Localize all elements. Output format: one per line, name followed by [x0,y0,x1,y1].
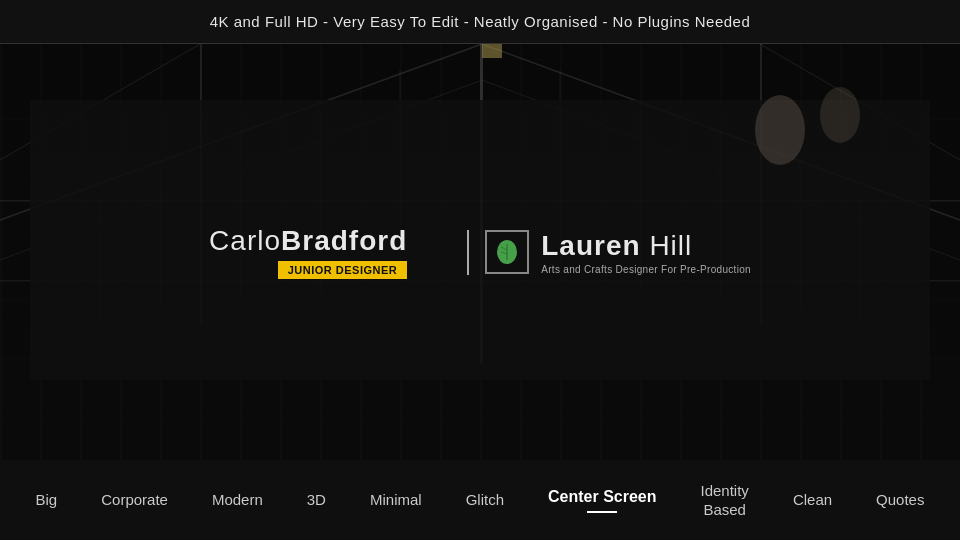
card-lauren: Lauren Hill Arts and Crafts Designer For… [467,230,751,275]
bottom-nav: Big Corporate Modern 3D Minimal Glitch C… [0,460,960,540]
lauren-subtitle: Arts and Crafts Designer For Pre-Product… [541,264,751,275]
scene: 4K and Full HD - Very Easy To Edit - Nea… [0,0,960,540]
nav-item-quotes[interactable]: Quotes [854,480,946,520]
top-banner: 4K and Full HD - Very Easy To Edit - Nea… [0,0,960,44]
cards-area: CarloBradford Junior Designer Lauren Hil… [0,44,960,460]
nav-item-center-screen[interactable]: Center Screen [526,477,679,523]
nav-item-3d[interactable]: 3D [285,480,348,520]
carlo-name: CarloBradford [209,225,407,257]
lauren-name: Lauren Hill [541,230,751,262]
leaf-icon [493,238,521,266]
top-banner-text: 4K and Full HD - Very Easy To Edit - Nea… [210,13,751,30]
nav-item-big[interactable]: Big [14,480,80,520]
lauren-icon-box [485,230,529,274]
carlo-firstname: Carlo [209,225,281,256]
nav-item-corporate[interactable]: Corporate [79,480,190,520]
nav-item-modern[interactable]: Modern [190,480,285,520]
nav-item-clean[interactable]: Clean [771,480,854,520]
lauren-text-area: Lauren Hill Arts and Crafts Designer For… [541,230,751,275]
card-carlo: CarloBradford Junior Designer [209,225,407,279]
lauren-lastname: Hill [641,230,693,261]
nav-item-glitch[interactable]: Glitch [444,480,526,520]
carlo-lastname: Bradford [281,225,407,256]
nav-item-minimal[interactable]: Minimal [348,480,444,520]
lauren-firstname: Lauren [541,230,640,261]
carlo-badge: Junior Designer [278,261,408,279]
nav-item-identity-based[interactable]: IdentityBased [679,471,771,530]
